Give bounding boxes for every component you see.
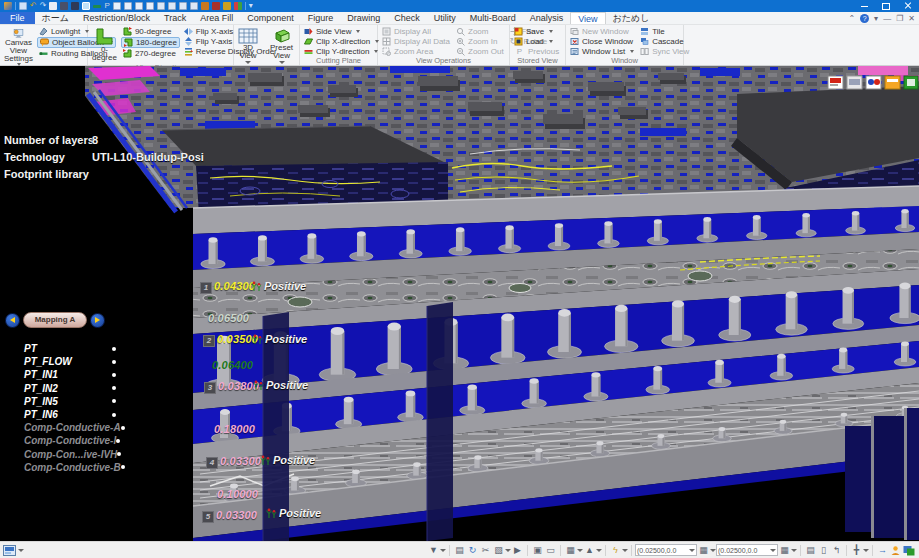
- tab-multi-board[interactable]: Multi-Board: [463, 12, 523, 24]
- tab-restriction-block[interactable]: Restriction/Block: [76, 12, 157, 24]
- tab-file[interactable]: File: [0, 12, 35, 24]
- clipboard-icon[interactable]: ▣: [531, 544, 544, 557]
- mapping-next-button[interactable]: [90, 313, 105, 328]
- tab-area-fill[interactable]: Area Fill: [193, 12, 240, 24]
- power-icon[interactable]: [223, 2, 231, 10]
- undo-icon[interactable]: ↶: [30, 2, 37, 10]
- eject-icon[interactable]: ▭: [544, 544, 557, 557]
- sheet-icon-6[interactable]: [168, 2, 176, 10]
- print-icon[interactable]: ▤: [804, 544, 817, 557]
- tab-figure[interactable]: Figure: [301, 12, 341, 24]
- tab-check[interactable]: Check: [387, 12, 427, 24]
- redo-icon[interactable]: ↷: [40, 2, 47, 10]
- layer-item-comp-conductive-b[interactable]: Comp-Conductive-B: [24, 461, 116, 474]
- layer-select-icon[interactable]: ▧: [492, 544, 505, 557]
- 3d-view-button[interactable]: 3D View: [236, 27, 260, 65]
- layer-item-pt-in5[interactable]: PT_IN5: [24, 395, 116, 408]
- layer-item-comp-conductive-i[interactable]: Comp-Conductive-I: [24, 434, 116, 447]
- delete-icon[interactable]: [60, 2, 68, 10]
- lightning-caret-icon[interactable]: [622, 549, 628, 552]
- device-icon[interactable]: ▯: [817, 544, 830, 557]
- pan-mode-icon[interactable]: ╋: [850, 544, 863, 557]
- grid-pitch-combo-2[interactable]: (0.02500,0.0: [716, 544, 778, 556]
- zoom-area-button[interactable]: Zoom Area: [380, 47, 452, 56]
- mapping-selector[interactable]: Mapping A: [23, 312, 87, 328]
- sheet-icon-3[interactable]: [135, 2, 143, 10]
- tab-component[interactable]: Component: [240, 12, 301, 24]
- pick-mode-icon[interactable]: ▶: [511, 544, 524, 557]
- select-icon[interactable]: [49, 2, 57, 10]
- tab-home[interactable]: ホーム: [35, 12, 76, 24]
- zoom-button[interactable]: Zoom: [454, 27, 506, 36]
- close-button[interactable]: [897, 0, 919, 12]
- corner-mode-icon[interactable]: ↰: [830, 544, 843, 557]
- doc-minimize-icon[interactable]: —: [883, 14, 891, 23]
- preset-view-button[interactable]: Preset View: [266, 27, 297, 65]
- minimize-button[interactable]: [853, 0, 875, 12]
- layer-item-comp-conductive-a[interactable]: Comp-Conductive-A: [24, 421, 116, 434]
- display-all-data-button[interactable]: Display All Data: [380, 37, 452, 46]
- sheet-icon-7[interactable]: [179, 2, 187, 10]
- tab-analysis[interactable]: Analysis: [523, 12, 571, 24]
- balloon-icon[interactable]: [82, 2, 90, 10]
- twoseventy-degree-button[interactable]: 270-degree: [121, 49, 180, 58]
- help-icon[interactable]: ?: [860, 14, 869, 23]
- cut-icon[interactable]: ✂: [479, 544, 492, 557]
- app-icon[interactable]: [4, 2, 12, 10]
- save-icon[interactable]: [19, 2, 27, 10]
- plot-icon[interactable]: P: [104, 2, 109, 10]
- lightning-icon[interactable]: ϟ: [609, 544, 622, 557]
- view-mode-caret-icon[interactable]: [18, 549, 24, 552]
- refresh-icon[interactable]: ↻: [466, 544, 479, 557]
- measure-icon[interactable]: [93, 5, 101, 8]
- sheet-icon-8[interactable]: [190, 2, 198, 10]
- ninety-degree-button[interactable]: 90-degree: [121, 27, 180, 36]
- new-window-button[interactable]: New Window: [568, 27, 636, 36]
- layer-item-pt-flow[interactable]: PT_FLOW: [24, 355, 116, 368]
- pin-ribbon-icon[interactable]: ⌃: [848, 14, 855, 23]
- tab-view[interactable]: View: [570, 12, 605, 24]
- window-sync-icon[interactable]: [902, 544, 915, 557]
- pin-icon[interactable]: [212, 2, 220, 10]
- view-mode-icon[interactable]: [3, 545, 16, 556]
- stored-load-button[interactable]: Load: [512, 37, 561, 46]
- grid-icon[interactable]: [234, 2, 242, 10]
- close-window-button[interactable]: Close Window: [568, 37, 636, 46]
- display-all-button[interactable]: Display All: [380, 27, 452, 36]
- oneeighty-degree-button[interactable]: 180-degree: [121, 37, 180, 48]
- clip-y-button[interactable]: Clip Y-direction: [302, 47, 381, 56]
- layer-item-pt[interactable]: PT: [24, 342, 116, 355]
- side-view-button[interactable]: Side View: [302, 27, 381, 36]
- doc-restore-icon[interactable]: ❐: [896, 14, 903, 23]
- mapping-prev-button[interactable]: [5, 313, 20, 328]
- grid-style-icon-2[interactable]: ▦: [778, 544, 791, 557]
- tab-otameshi[interactable]: おためし: [606, 12, 657, 24]
- prism-icon[interactable]: ▲: [583, 544, 596, 557]
- layer-item-comp-conductive-ivh[interactable]: Comp-Con...ive-IVH: [24, 448, 116, 461]
- more-icon[interactable]: ▾: [249, 2, 253, 10]
- sheet-icon-4[interactable]: [146, 2, 154, 10]
- stored-save-button[interactable]: Save: [512, 27, 561, 36]
- tab-track[interactable]: Track: [157, 12, 193, 24]
- prism-caret-icon[interactable]: [596, 549, 602, 552]
- 3d-canvas[interactable]: Number of layers 8 Technology UTI-L10-Bu…: [0, 66, 919, 541]
- zero-degree-button[interactable]: 0-degree: [90, 27, 119, 63]
- window-list-button[interactable]: Window List: [568, 47, 636, 56]
- fly-mode-icon[interactable]: →: [876, 544, 889, 557]
- filter-icon[interactable]: ▼: [427, 544, 440, 557]
- pan-caret-icon[interactable]: [863, 549, 869, 552]
- canvas-view-settings-button[interactable]: Canvas View Settings: [2, 27, 35, 67]
- filter-caret-icon[interactable]: [440, 549, 446, 552]
- doc-close-icon[interactable]: ✕: [908, 14, 915, 23]
- grid-pitch-combo-1[interactable]: (0.02500,0.0: [635, 544, 697, 556]
- tile-button[interactable]: Tile: [638, 27, 691, 36]
- grid-snap-icon[interactable]: ▦: [564, 544, 577, 557]
- layer-item-pt-in1[interactable]: PT_IN1: [24, 368, 116, 381]
- cascade-button[interactable]: Cascade: [638, 37, 691, 46]
- zoom-out-button[interactable]: Zoom Out: [454, 47, 506, 56]
- layer-item-pt-in2[interactable]: PT_IN2: [24, 382, 116, 395]
- tab-drawing[interactable]: Drawing: [340, 12, 387, 24]
- maximize-button[interactable]: [875, 0, 897, 12]
- stored-previous-button[interactable]: P Previous: [512, 47, 561, 56]
- layer-item-pt-in6[interactable]: PT_IN6: [24, 408, 116, 421]
